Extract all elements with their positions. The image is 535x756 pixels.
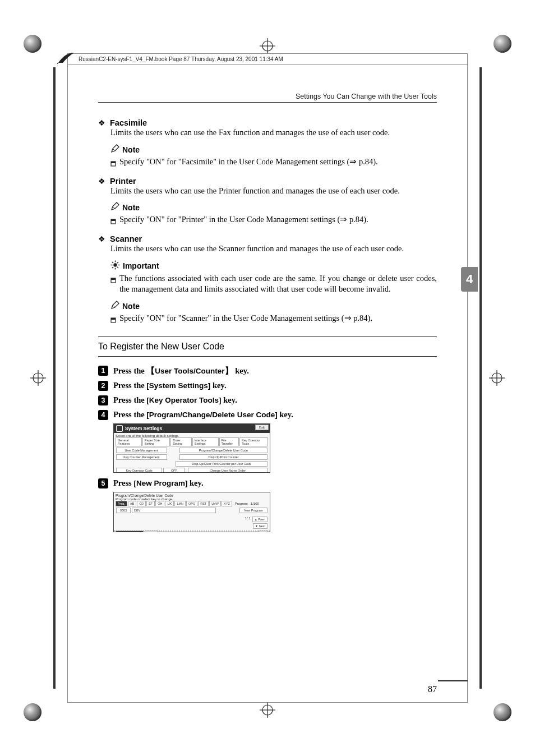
sp1-tab: Paper Size Setting (142, 437, 170, 446)
system-settings-screenshot: System Settings Exit Select one of the f… (113, 423, 270, 473)
chapter-tab: 4 (461, 267, 478, 292)
step-text-post: key. (233, 366, 249, 375)
sp2-alpha-tab: UVW (209, 501, 221, 506)
note-text: Specify "ON" for "Printer" in the User C… (119, 214, 437, 225)
sp2-progpage: 1/100 (251, 502, 259, 505)
step-number-badge: 3 (98, 395, 108, 405)
step-key-name: [Program/Change/Delete User Code] (146, 411, 277, 419)
corner-sphere-icon (24, 35, 41, 53)
sp2-alpha-tab: AB (128, 501, 136, 506)
step-5: 5 Press [New Program] key. (98, 478, 437, 488)
hardkey-bracket-open-icon: 【 (146, 366, 155, 375)
svg-line-24 (112, 267, 113, 268)
step-text-pre: Press the (113, 381, 146, 390)
sp2-alpha-tab: LMN (174, 501, 186, 506)
corner-sphere-icon (24, 703, 41, 721)
step-text-post: key. (210, 381, 226, 390)
sp1-right-btn: Disp./Jp/Print Counter (179, 454, 268, 460)
sp1-left-btn: User Code Management (116, 448, 167, 453)
section-body: Limits the users who can use the Printer… (110, 186, 437, 197)
svg-rect-27 (111, 278, 116, 280)
step-text-post: key. (222, 395, 237, 404)
step-key-name: [Key Operator Tools] (146, 396, 221, 404)
sp2-title: Program/Change/Delete User Code (116, 494, 268, 497)
crop-bar (479, 67, 482, 689)
step-4: 4 Press the [Program/Change/Delete User … (98, 410, 437, 420)
registration-mark-icon (30, 370, 46, 386)
diamond-bullet-icon: ❖ (98, 236, 105, 243)
step-number-badge: 1 (98, 366, 108, 376)
sp2-progcol: Program (235, 502, 248, 505)
sp2-alpha-tab: OPQ (186, 501, 197, 506)
note-text: Specify "ON" for "Scanner" in the User C… (119, 313, 437, 324)
note-label: Note (122, 145, 140, 154)
step-number-badge: 2 (98, 381, 108, 391)
book-header: RussianC2-EN-sysF1_V4_FM.book Page 87 Th… (79, 56, 283, 64)
sp2-prev: ▲ Prev. (252, 517, 268, 522)
svg-line-22 (112, 262, 113, 263)
sp2-next: ▼ Next (253, 523, 268, 529)
hardkey-bracket-close-icon: 】 (225, 366, 233, 375)
sun-important-icon (110, 260, 120, 272)
step-number-badge: 4 (98, 410, 108, 420)
sp1-tab: Interface Settings (192, 437, 219, 446)
sp2-alpha-tab: EF (146, 501, 155, 506)
sp2-alpha-tab: IJK (165, 501, 174, 506)
registration-mark-icon (260, 38, 275, 54)
section-body: Limits the users who can use the Fax fun… (110, 127, 437, 139)
section-body: Limits the users who can use the Scanner… (110, 243, 437, 255)
svg-rect-29 (111, 318, 116, 320)
step-key-name: [System Settings] (146, 381, 210, 390)
svg-point-17 (113, 263, 117, 266)
section-title-printer: Printer (110, 177, 136, 186)
step-number-badge: 5 (98, 478, 108, 488)
note-label: Note (122, 203, 140, 212)
sp1-left-btn: Key Counter Management (116, 454, 167, 460)
section-title-facsimile: Facsimile (110, 118, 147, 127)
sp2-alpha-tab: RST (198, 501, 209, 506)
section-title-scanner: Scanner (110, 234, 142, 243)
sp2-alpha-tab: XYZ (222, 501, 232, 506)
registration-mark-icon (489, 370, 505, 386)
book-header-rule (67, 64, 468, 64)
sp1-title: System Settings (125, 426, 162, 431)
pencil-note-icon (110, 202, 119, 213)
step-text-pre: Press (113, 478, 133, 487)
sp2-code: 0303 (116, 508, 131, 513)
hollow-square-bullet-icon (110, 216, 116, 227)
sp2-pager: 1/ 1 (245, 517, 251, 522)
important-text: The functions associated with each user … (119, 273, 437, 295)
sp1-exit: Exit (255, 425, 269, 430)
corner-sphere-icon (494, 703, 511, 721)
sp2-alpha-tab: Freq. (116, 501, 127, 506)
sp1-tab: File Transfer (219, 437, 239, 446)
svg-line-12 (57, 63, 58, 64)
diamond-bullet-icon: ❖ (98, 178, 105, 186)
svg-line-25 (117, 262, 118, 263)
registration-mark-icon (260, 702, 275, 718)
sp2-name: DEV (132, 508, 216, 513)
step-text-pre: Press the (113, 410, 146, 419)
user-code-screenshot: Program/Change/Delete User Code Program … (113, 492, 270, 532)
step-text-post: key. (187, 478, 203, 487)
subsection-title: To Register the New User Code (98, 336, 437, 357)
sp2-exit: Exit (259, 531, 268, 532)
sp1-tab: Timer Setting (170, 437, 192, 446)
corner-sphere-icon (494, 35, 511, 53)
step-text-pre: Press the (113, 366, 146, 375)
step-2: 2 Press the [System Settings] key. (98, 381, 437, 391)
sp2-newprog: New Program (239, 508, 268, 513)
pencil-note-icon (110, 301, 119, 312)
sp1-right-btn: Program/Change/Delete User Code (179, 448, 268, 453)
sp2-delete: Delete (145, 531, 158, 532)
svg-line-23 (117, 267, 118, 268)
sp1-tab: Key Operator Tools (239, 437, 268, 446)
sp1-off-value: OFF (163, 468, 185, 473)
sp1-left-btn: Key Operator Code (116, 468, 162, 473)
sp2-progchange: Program/Change (116, 531, 144, 532)
step-key-name: [New Program] (133, 479, 187, 487)
step-key-name: User Tools/Counter (155, 367, 224, 375)
hollow-square-bullet-icon (110, 315, 116, 325)
important-label: Important (123, 261, 159, 270)
page-number: 87 (428, 684, 437, 694)
